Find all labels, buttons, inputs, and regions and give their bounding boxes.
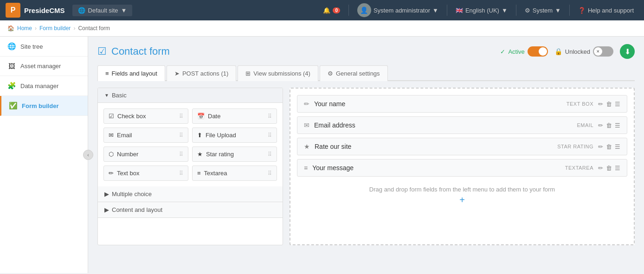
download-icon: ⬇ bbox=[625, 47, 631, 56]
field-item-number[interactable]: ⬡ Number ⠿ bbox=[103, 147, 188, 162]
basic-section-header[interactable]: ▼ Basic bbox=[98, 88, 283, 103]
your-message-icon: ≡ bbox=[304, 164, 308, 172]
toggle-knob bbox=[539, 47, 547, 56]
nav-divider bbox=[348, 5, 349, 16]
check-box-drag-icon: ⠿ bbox=[179, 113, 183, 120]
email-address-edit-button[interactable]: ✏ bbox=[598, 122, 603, 129]
help-button[interactable]: ❓ Help and support bbox=[573, 5, 638, 16]
checkmark-icon: ✓ bbox=[500, 48, 505, 55]
post-actions-icon: ➤ bbox=[174, 70, 180, 77]
fields-layout-icon: ≡ bbox=[105, 70, 109, 77]
form-field-your-name: ✏ Your name TEXT BOX ✏ 🗑 ☰ bbox=[297, 95, 627, 113]
user-avatar: 👤 bbox=[357, 3, 371, 17]
unlocked-toggle[interactable]: ✕ bbox=[593, 46, 613, 57]
textarea-drag-icon: ⠿ bbox=[268, 170, 272, 177]
sidebar-item-site-tree[interactable]: 🌐 Site tree bbox=[0, 37, 88, 57]
email-address-actions: ✏ 🗑 ☰ bbox=[598, 122, 620, 129]
page-controls: ✓ Active 🔒 Unlocked ✕ ⬇ bbox=[500, 44, 635, 59]
collapse-icon: ‹ bbox=[87, 153, 89, 158]
your-name-edit-button[interactable]: ✏ bbox=[598, 101, 603, 108]
fields-grid: ☑ Check box ⠿ 📅 Date ⠿ bbox=[98, 103, 283, 186]
language-selector[interactable]: 🇬🇧 English (UK) ▼ bbox=[451, 5, 512, 16]
nav-divider2 bbox=[447, 5, 447, 16]
rate-our-site-delete-button[interactable]: 🗑 bbox=[606, 143, 612, 150]
active-control: ✓ Active bbox=[500, 46, 547, 57]
field-item-text-box[interactable]: ✏ Text box ⠿ bbox=[103, 166, 188, 181]
active-toggle[interactable] bbox=[528, 46, 548, 57]
form-check-icon: ☑ bbox=[97, 45, 107, 57]
your-name-menu-button[interactable]: ☰ bbox=[615, 101, 620, 108]
rate-our-site-type: STAR RATING bbox=[557, 144, 593, 149]
form-canvas: ✏ Your name TEXT BOX ✏ 🗑 ☰ ✉ Email addre… bbox=[290, 88, 635, 245]
nav-divider3 bbox=[516, 5, 516, 16]
field-item-date[interactable]: 📅 Date ⠿ bbox=[192, 108, 277, 124]
tab-post-actions[interactable]: ➤ POST actions (1) bbox=[167, 65, 236, 81]
your-name-actions: ✏ 🗑 ☰ bbox=[598, 101, 620, 108]
your-message-delete-button[interactable]: 🗑 bbox=[606, 165, 612, 172]
main-layout: 🌐 Site tree 🖼 Asset manager 🧩 Data manag… bbox=[0, 37, 644, 273]
help-icon: ❓ bbox=[578, 7, 586, 14]
your-message-edit-button[interactable]: ✏ bbox=[598, 165, 603, 172]
email-address-menu-button[interactable]: ☰ bbox=[615, 122, 620, 129]
breadcrumb-home[interactable]: Home bbox=[17, 25, 32, 32]
field-item-star-rating[interactable]: ★ Star rating ⠿ bbox=[192, 147, 277, 162]
tab-view-submissions[interactable]: ⊞ View submissions (4) bbox=[238, 65, 318, 81]
main-content: ☑ Contact form ✓ Active 🔒 Unlocked ✕ bbox=[88, 37, 644, 273]
multiple-choice-section[interactable]: ▶ Multiple choice bbox=[98, 186, 283, 202]
your-message-label: Your message bbox=[312, 164, 565, 172]
form-field-email-address: ✉ Email address EMAIL ✏ 🗑 ☰ bbox=[297, 116, 627, 134]
your-name-delete-button[interactable]: 🗑 bbox=[606, 101, 612, 108]
tab-general-settings-label: General settings bbox=[336, 70, 380, 77]
your-message-menu-button[interactable]: ☰ bbox=[615, 165, 620, 172]
active-label: Active bbox=[508, 48, 524, 55]
system-menu-button[interactable]: ⚙ System ▼ bbox=[520, 5, 566, 16]
sidebar-item-asset-manager[interactable]: 🖼 Asset manager bbox=[0, 57, 88, 76]
rate-our-site-menu-button[interactable]: ☰ bbox=[615, 143, 620, 150]
user-name: System administrator bbox=[374, 7, 430, 14]
basic-section-arrow: ▼ bbox=[104, 93, 109, 98]
email-label: Email bbox=[117, 132, 132, 139]
field-item-check-box[interactable]: ☑ Check box ⠿ bbox=[103, 108, 188, 124]
date-label: Date bbox=[208, 113, 220, 120]
breadcrumb-parent[interactable]: Form builder bbox=[39, 25, 71, 32]
home-icon: 🏠 bbox=[7, 25, 14, 32]
help-label: Help and support bbox=[588, 7, 634, 14]
site-label: Default site bbox=[88, 7, 118, 14]
textarea-label: Textarea bbox=[204, 170, 227, 177]
field-item-textarea[interactable]: ≡ Textarea ⠿ bbox=[192, 166, 277, 181]
notifications-button[interactable]: 🔔 0 bbox=[318, 5, 345, 16]
logo-icon: P bbox=[6, 3, 20, 18]
system-chevron-icon: ▼ bbox=[555, 7, 561, 14]
text-box-label: Text box bbox=[117, 170, 139, 177]
check-box-icon: ☑ bbox=[109, 113, 114, 120]
breadcrumb: 🏠 Home › Form builder › Contact form bbox=[0, 20, 644, 37]
add-field-button[interactable]: + bbox=[459, 195, 465, 205]
star-rating-label: Star rating bbox=[206, 151, 234, 158]
sidebar-item-form-builder[interactable]: ✅ Form builder bbox=[0, 96, 88, 116]
lang-chevron-icon: ▼ bbox=[502, 7, 508, 14]
rate-our-site-edit-button[interactable]: ✏ bbox=[598, 143, 603, 150]
rate-our-site-icon: ★ bbox=[304, 143, 310, 150]
tab-fields-layout-label: Fields and layout bbox=[112, 70, 157, 77]
sidebar-label-data-manager: Data manager bbox=[20, 83, 58, 89]
site-selector[interactable]: 🌐 Default site ▼ bbox=[72, 5, 133, 16]
tab-fields-layout[interactable]: ≡ Fields and layout bbox=[97, 65, 165, 81]
text-box-drag-icon: ⠿ bbox=[179, 170, 183, 177]
language-label: English (UK) bbox=[465, 7, 499, 14]
basic-section-label: Basic bbox=[112, 92, 127, 99]
user-menu-button[interactable]: 👤 System administrator ▼ bbox=[353, 1, 443, 19]
form-field-rate-our-site: ★ Rate our site STAR RATING ✏ 🗑 ☰ bbox=[297, 138, 627, 155]
field-item-file-upload[interactable]: ⬆ File Upload ⠿ bbox=[192, 127, 277, 143]
email-address-delete-button[interactable]: 🗑 bbox=[606, 122, 612, 129]
download-button[interactable]: ⬇ bbox=[620, 44, 635, 59]
sidebar-item-data-manager[interactable]: 🧩 Data manager bbox=[0, 76, 88, 96]
site-tree-icon: 🌐 bbox=[7, 42, 16, 51]
email-drag-icon: ⠿ bbox=[179, 132, 183, 139]
content-layout-section[interactable]: ▶ Content and layout bbox=[98, 202, 283, 218]
sidebar-collapse-button[interactable]: ‹ bbox=[83, 150, 93, 160]
tab-general-settings[interactable]: ⚙ General settings bbox=[320, 65, 388, 81]
lock-icon: 🔒 bbox=[554, 48, 562, 55]
field-item-email[interactable]: ✉ Email ⠿ bbox=[103, 127, 188, 143]
sidebar-label-site-tree: Site tree bbox=[20, 43, 43, 50]
app-logo[interactable]: P PresideCMS bbox=[6, 3, 65, 18]
